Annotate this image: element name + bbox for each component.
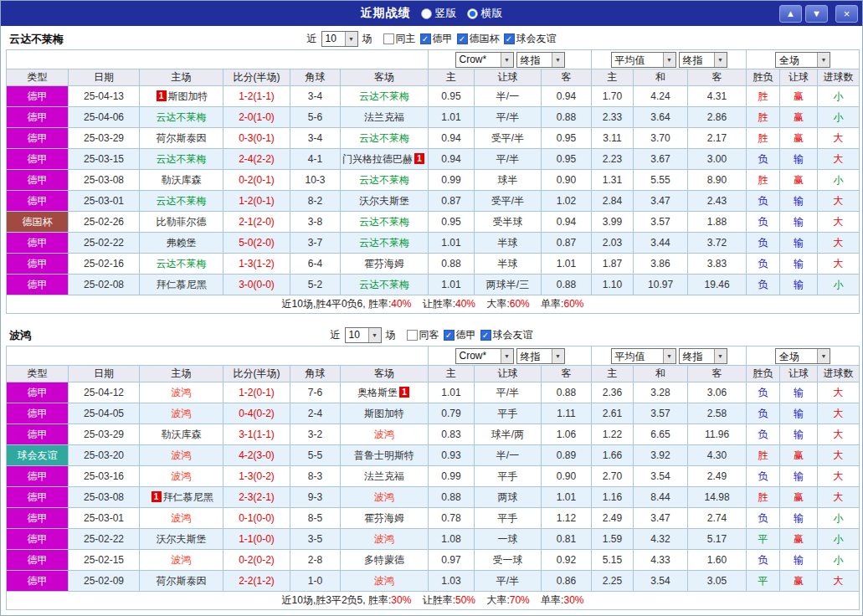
goals-cell: 大 (818, 424, 860, 445)
home-team-name: 波鸿 (172, 470, 192, 482)
score-cell: 2-4(2-2) (223, 149, 290, 170)
handicap-away-odds-cell: 0.88 (542, 275, 592, 295)
avg-home-odds-cell: 2.70 (592, 466, 634, 487)
summary-value: 60% (510, 298, 530, 310)
avg-draw-odds-cell: 3.70 (634, 128, 688, 149)
same-venue-checkbox[interactable]: 同客 (407, 328, 439, 342)
same-venue-checkbox[interactable]: 同主 (383, 32, 416, 46)
avg-away-odds-cell: 19.46 (688, 275, 747, 295)
handicap-home-odds-cell: 0.94 (429, 128, 475, 149)
league-label: 球会友谊 (516, 32, 557, 46)
corners-cell: 5-5 (290, 445, 341, 466)
home-team-cell: 拜仁慕尼黑 (140, 275, 223, 295)
column-header: 主场 (140, 366, 223, 382)
league-checkbox-1[interactable]: 德甲 (444, 328, 476, 342)
league-checkbox-2[interactable]: 德国杯 (457, 32, 500, 46)
handicap-line-cell: 平手 (475, 508, 542, 529)
average-stage-select[interactable]: 终指▼ (679, 348, 727, 364)
result-cell: 胜 (747, 128, 780, 149)
summary-text: 让胜率: (423, 298, 455, 310)
odds-company-select[interactable]: Crow*▼ (455, 348, 514, 364)
handicap-away-odds-cell: 0.86 (542, 571, 592, 592)
down-arrow-icon: ▼ (812, 9, 821, 18)
scope-select[interactable]: 全场▼ (775, 52, 830, 68)
odds-stage-select[interactable]: 终指▼ (516, 52, 565, 68)
close-button[interactable]: × (835, 5, 858, 23)
move-up-button[interactable]: ▲ (779, 5, 802, 23)
scope-value: 全场 (776, 349, 817, 363)
odds-company-value: Crow* (456, 349, 501, 363)
handicap-home-odds-cell: 0.94 (429, 149, 475, 170)
league-type-cell: 德甲 (7, 107, 69, 128)
result-cell: 平 (747, 571, 780, 592)
league-checkbox-1[interactable]: 德甲 (420, 32, 453, 46)
away-team-cell: 云达不莱梅 (341, 170, 429, 191)
handicap-away-odds-cell: 0.89 (542, 445, 592, 466)
handicap-away-odds-cell: 0.92 (542, 550, 592, 571)
corners-cell: 3-4 (290, 128, 341, 149)
odds-company-select[interactable]: Crow*▼ (455, 52, 514, 68)
handicap-result-cell: 赢 (780, 487, 818, 508)
league-type-cell: 德甲 (7, 86, 69, 107)
handicap-home-odds-cell: 0.93 (429, 445, 475, 466)
average-selects-cell: 平均值▼ 终指▼ (592, 346, 747, 366)
avg-draw-odds-cell: 3.64 (634, 107, 688, 128)
column-header: 客 (542, 366, 592, 382)
average-select[interactable]: 平均值▼ (611, 348, 676, 364)
home-team-cell: 1斯图加特 (140, 86, 223, 107)
home-team-cell: 1拜仁慕尼黑 (140, 487, 223, 508)
column-header: 进球数 (818, 69, 860, 86)
league-checkbox-2[interactable]: 球会友谊 (480, 328, 533, 342)
avg-draw-odds-cell: 8.44 (634, 487, 688, 508)
avg-draw-odds-cell: 3.44 (634, 233, 688, 254)
handicap-away-odds-cell: 0.94 (542, 212, 592, 233)
away-team-cell: 云达不莱梅 (341, 86, 429, 107)
recent-count-select[interactable]: 10 ▼ (321, 31, 358, 47)
column-header: 类型 (7, 69, 69, 86)
goals-cell: 小 (818, 550, 860, 571)
handicap-home-odds-cell: 0.83 (429, 424, 475, 445)
goals-cell: 小 (818, 170, 860, 191)
radio-icon (421, 8, 432, 19)
column-header: 主场 (140, 69, 223, 86)
avg-home-odds-cell: 1.31 (592, 170, 634, 191)
filter-bar: 波鸿 近 10 ▼ 场 同客 德甲 球会友谊 (1, 325, 862, 346)
chevron-down-icon: ▼ (663, 349, 676, 363)
avg-away-odds-cell: 3.06 (688, 382, 747, 403)
radio-vertical-layout[interactable]: 竖版 (421, 6, 457, 21)
home-team-cell: 波鸿 (140, 403, 223, 424)
avg-home-odds-cell: 1.10 (592, 275, 634, 295)
home-team-name: 波鸿 (172, 512, 192, 524)
radio-horizontal-layout[interactable]: 横版 (467, 6, 503, 21)
checkbox-checked-icon (457, 33, 468, 44)
column-header: 角球 (290, 366, 341, 382)
blank-cell (7, 346, 429, 366)
move-down-button[interactable]: ▼ (805, 5, 828, 23)
avg-away-odds-cell: 3.00 (688, 149, 747, 170)
odds-stage-select[interactable]: 终指▼ (516, 348, 565, 364)
radio-checked-icon (467, 8, 478, 19)
average-stage-value: 终指 (680, 349, 714, 363)
average-select[interactable]: 平均值▼ (611, 52, 676, 68)
column-header-row: 类型 日期 主场 比分(半场) 角球 客场 主 让球 客 主 和 客 胜负 让球… (7, 69, 860, 86)
corners-cell: 5-2 (290, 275, 341, 295)
league-checkbox-3[interactable]: 球会友谊 (504, 32, 557, 46)
scope-select[interactable]: 全场▼ (775, 348, 830, 364)
league-type-cell: 德甲 (7, 128, 69, 149)
avg-draw-odds-cell: 4.33 (634, 550, 688, 571)
average-stage-value: 终指 (680, 53, 714, 67)
summary-text: 单率: (541, 298, 563, 310)
column-header: 让球 (780, 69, 818, 86)
average-stage-select[interactable]: 终指▼ (679, 52, 727, 68)
score-cell: 2-0(1-0) (223, 107, 290, 128)
scope-select-cell: 全场▼ (747, 346, 860, 366)
avg-draw-odds-cell: 3.54 (634, 466, 688, 487)
recent-count-select[interactable]: 10 ▼ (345, 327, 382, 343)
odds-selects-row: Crow*▼ 终指▼ 平均值▼ 终指▼ 全场▼ (7, 50, 860, 69)
league-type-cell: 德甲 (7, 254, 69, 275)
column-header: 让球 (475, 69, 542, 86)
column-header: 主 (592, 366, 634, 382)
handicap-result-cell: 赢 (780, 571, 818, 592)
result-cell: 胜 (747, 170, 780, 191)
avg-away-odds-cell: 2.43 (688, 191, 747, 212)
